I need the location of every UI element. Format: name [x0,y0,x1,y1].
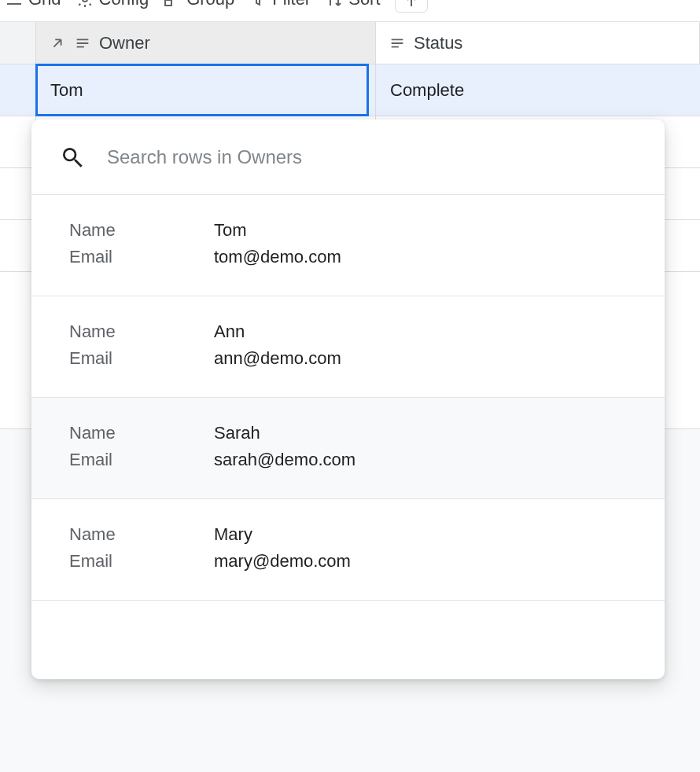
upload-icon [402,0,421,10]
list-icon [5,0,24,9]
lookup-field-label: Email [69,247,214,267]
lookup-field-value: mary@demo.com [214,551,351,572]
cell-status[interactable]: Complete [376,64,700,116]
view-switcher[interactable]: Grid [5,0,61,9]
lookup-footer-space [31,601,665,679]
lookup-search-bar [31,119,665,195]
lookup-field-label: Email [69,348,214,369]
cell-owner-value: Tom [50,80,83,101]
sort-icon [325,0,344,9]
text-lines-icon [389,35,406,52]
filter-icon [249,0,267,9]
row-select-gutter[interactable] [0,22,36,64]
lookup-field-value: ann@demo.com [214,348,341,369]
lookup-field-value: Mary [214,524,252,545]
gear-icon [76,0,94,9]
group-button[interactable]: Group [163,0,234,9]
lookup-option[interactable]: Name Sarah Email sarah@demo.com [31,398,665,499]
lookup-field-label: Name [69,423,214,443]
lookup-field-label: Name [69,220,214,241]
lookup-field-value: Ann [214,322,245,342]
text-lines-icon [74,35,91,52]
lookup-option[interactable]: Name Tom Email tom@demo.com [31,195,665,296]
svg-point-0 [83,0,87,2]
lookup-option[interactable]: Name Ann Email ann@demo.com [31,296,665,398]
filter-button[interactable]: Filter [249,0,311,9]
lookup-popover: Name Tom Email tom@demo.com Name Ann Ema… [31,119,665,679]
lookup-field-label: Email [69,450,214,470]
column-header-owner[interactable]: Owner [36,22,376,64]
cell-selection-outline [35,64,369,116]
column-headers: Owner Status [0,22,700,64]
lookup-field-label: Name [69,524,214,545]
lookup-search-input[interactable] [107,146,636,168]
toolbar: Grid Config Group Filter Sort [0,0,700,22]
view-label: Grid [28,0,61,9]
column-header-status[interactable]: Status [376,22,700,64]
group-icon [163,0,182,9]
column-header-owner-label: Owner [99,33,150,53]
lookup-field-value: Sarah [214,423,260,443]
config-button[interactable]: Config [76,0,149,9]
lookup-field-value: tom@demo.com [214,247,341,267]
sort-button[interactable]: Sort [325,0,380,9]
filter-label: Filter [272,0,311,9]
svg-rect-3 [165,0,171,6]
link-out-icon [49,35,66,52]
lookup-field-label: Name [69,322,214,342]
cell-owner[interactable]: Tom [36,64,376,116]
lookup-field-value: sarah@demo.com [214,450,356,470]
row-handle[interactable] [0,64,36,116]
lookup-field-label: Email [69,551,214,572]
column-header-status-label: Status [414,33,462,53]
search-icon [60,145,85,170]
sort-label: Sort [348,0,380,9]
group-label: Group [186,0,234,9]
upload-button[interactable] [395,0,428,13]
cell-status-value: Complete [390,80,464,101]
lookup-option[interactable]: Name Mary Email mary@demo.com [31,499,665,601]
config-label: Config [99,0,149,9]
table-row[interactable]: Tom Complete [0,64,700,116]
lookup-field-value: Tom [214,220,247,241]
